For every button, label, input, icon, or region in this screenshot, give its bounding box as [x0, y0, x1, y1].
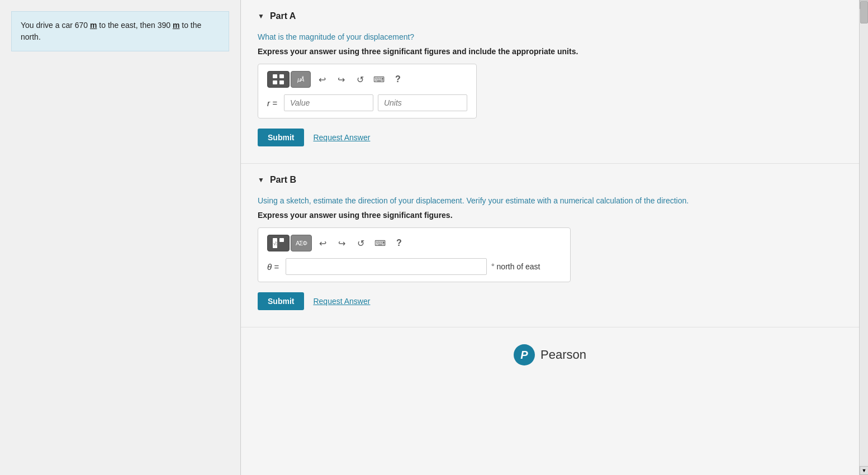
part-b-input-label: θ =: [267, 262, 279, 272]
part-b-question: Using a sketch, estimate the direction o…: [258, 196, 842, 205]
part-a-question: What is the magnitude of your displaceme…: [258, 32, 842, 41]
pearson-brand-name: Pearson: [540, 348, 586, 362]
part-b-section: ▼ Part B Using a sketch, estimate the di…: [241, 164, 859, 327]
part-a-reset-btn[interactable]: ↺: [352, 72, 368, 87]
part-b-reset-btn[interactable]: ↺: [353, 235, 369, 251]
part-b-toolbar: √□ AΣΦ ↩ ↪ ↺ ⌨ ?: [267, 235, 561, 251]
part-a-toolbar: μÅ ↩ ↪ ↺ ⌨ ?: [267, 71, 467, 88]
part-a-value-input[interactable]: [284, 94, 373, 111]
pearson-logo-letter: P: [520, 349, 528, 362]
right-panel: ▼ Part A What is the magnitude of your d…: [241, 0, 859, 475]
part-b-help-btn[interactable]: ?: [391, 235, 407, 251]
part-b-submit-button[interactable]: Submit: [258, 292, 304, 310]
part-a-action-row: Submit Request Answer: [258, 129, 842, 146]
part-b-title: Part B: [270, 175, 296, 185]
svg-rect-3: [279, 80, 284, 84]
part-b-header: ▼ Part B: [258, 175, 842, 185]
part-a-units-input[interactable]: [378, 94, 467, 111]
part-b-template-btn[interactable]: √□: [267, 235, 290, 251]
part-a-keyboard-btn[interactable]: ⌨: [371, 72, 387, 87]
part-b-redo-btn[interactable]: ↪: [334, 235, 350, 251]
part-b-toggle[interactable]: ▼: [258, 176, 264, 184]
scrollbar[interactable]: ▲ ▼: [859, 0, 868, 475]
svg-rect-2: [273, 80, 277, 84]
part-b-template-btn-group: √□ AΣΦ: [267, 235, 312, 251]
part-a-units-btn[interactable]: μÅ: [291, 71, 311, 88]
part-a-redo-btn[interactable]: ↪: [333, 72, 349, 87]
part-a-request-answer-button[interactable]: Request Answer: [313, 133, 370, 142]
pearson-footer: P Pearson: [241, 327, 859, 377]
part-b-undo-btn[interactable]: ↩: [315, 235, 331, 251]
part-b-unit-label: ° north of east: [491, 262, 540, 271]
svg-rect-1: [279, 74, 284, 78]
part-b-keyboard-btn[interactable]: ⌨: [372, 235, 388, 251]
part-b-instruction: Express your answer using three signific…: [258, 211, 842, 220]
part-b-input-row: θ = ° north of east: [267, 258, 561, 275]
part-a-instruction: Express your answer using three signific…: [258, 47, 842, 56]
part-a-input-row: r =: [267, 94, 467, 111]
part-b-value-input[interactable]: [286, 258, 487, 275]
pearson-logo: P: [514, 344, 535, 365]
part-a-header: ▼ Part A: [258, 11, 842, 21]
part-b-request-answer-button[interactable]: Request Answer: [313, 297, 370, 306]
part-a-help-btn[interactable]: ?: [390, 72, 406, 87]
scrollbar-down-arrow[interactable]: ▼: [860, 466, 868, 475]
svg-rect-5: [279, 238, 284, 242]
part-a-submit-button[interactable]: Submit: [258, 129, 304, 146]
scrollbar-thumb[interactable]: [860, 1, 868, 23]
part-a-undo-btn[interactable]: ↩: [314, 72, 330, 87]
part-a-answer-box: μÅ ↩ ↪ ↺ ⌨ ? r =: [258, 64, 477, 118]
svg-text:√□: √□: [273, 241, 279, 246]
left-panel: You drive a car 670 m to the east, then …: [0, 0, 240, 475]
part-b-symbols-btn[interactable]: AΣΦ: [291, 235, 312, 251]
part-b-answer-box: √□ AΣΦ ↩ ↪ ↺ ⌨ ? θ = ° north of east: [258, 227, 571, 282]
problem-statement: You drive a car 670 m to the east, then …: [11, 11, 229, 51]
part-b-action-row: Submit Request Answer: [258, 292, 842, 310]
part-a-toggle[interactable]: ▼: [258, 12, 264, 20]
part-a-template-btn[interactable]: [267, 71, 290, 88]
part-a-section: ▼ Part A What is the magnitude of your d…: [241, 0, 859, 164]
part-a-input-label: r =: [267, 98, 277, 108]
part-a-title: Part A: [270, 11, 296, 21]
part-a-template-btn-group: μÅ: [267, 71, 311, 88]
svg-rect-0: [273, 74, 277, 78]
